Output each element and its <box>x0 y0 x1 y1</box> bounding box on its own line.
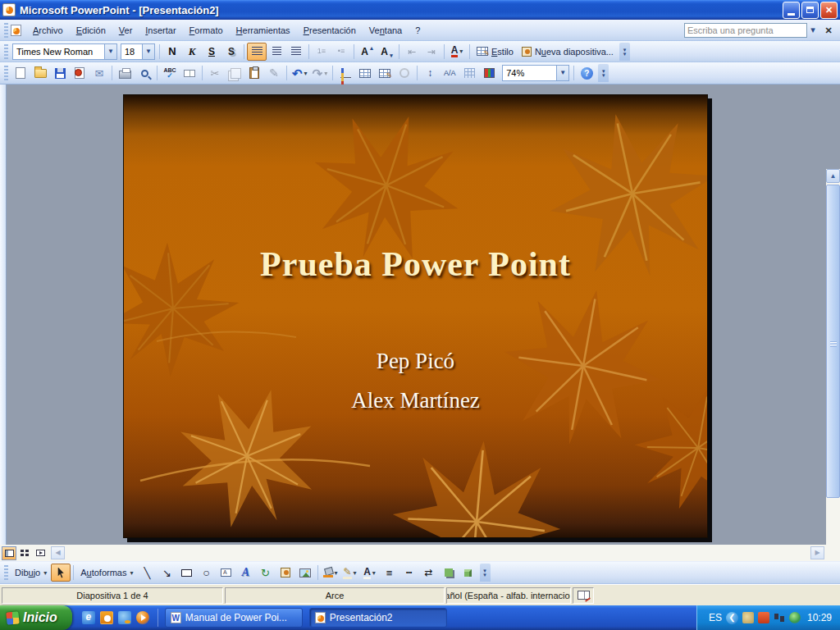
taskbar-task-word[interactable]: W Manual de Power Poi... <box>165 608 303 628</box>
toolbar-options-chevron[interactable]: ▾▾ <box>598 64 609 82</box>
fill-color-button[interactable]: ▾ <box>321 564 340 582</box>
hide-icons-chevron[interactable]: ❮ <box>726 612 738 624</box>
diagram-button[interactable]: ↻ <box>256 564 276 582</box>
redo-button[interactable]: ↷▾ <box>310 64 331 82</box>
chevron-down-icon[interactable]: ▼ <box>556 66 568 80</box>
textbox-button[interactable] <box>217 564 236 582</box>
subtitle-line-2[interactable]: Alex Martínez <box>124 381 707 420</box>
menu-ventana[interactable]: Ventana <box>363 22 409 39</box>
powerpoint-app-icon[interactable] <box>2 3 16 16</box>
minimize-button[interactable] <box>783 2 800 19</box>
toolbar-options-chevron[interactable]: ▾▾ <box>619 43 630 61</box>
font-color-button[interactable]: A▾ <box>447 43 467 61</box>
rectangle-button[interactable] <box>177 564 197 582</box>
menu-archivo[interactable]: Archivo <box>26 22 70 39</box>
picture-button[interactable] <box>295 564 315 582</box>
bullets-button[interactable]: •≡ <box>331 43 351 61</box>
menu-herramientas[interactable]: Herramientas <box>230 22 297 39</box>
new-slide-button[interactable]: Nueva diapositiva... <box>518 43 618 61</box>
horizontal-scrollbar[interactable]: ◀ ▶ <box>0 545 826 561</box>
line-style-button[interactable]: ≡ <box>380 564 399 582</box>
close-button[interactable]: ✕ <box>820 2 838 19</box>
clipart-button[interactable] <box>276 564 295 582</box>
slideshow-button[interactable] <box>33 546 48 560</box>
menu-edicion[interactable]: Edición <box>70 22 112 39</box>
subtitle-line-1[interactable]: Pep Picó <box>124 341 707 381</box>
slide-canvas[interactable]: Prueba Power Point Pep PicóAlex Martínez <box>123 94 708 538</box>
question-dropdown-icon[interactable]: ▾ <box>807 23 819 38</box>
help-button[interactable]: ? <box>577 64 596 82</box>
scroll-left-icon[interactable]: ◀ <box>51 546 65 559</box>
vertical-scroll-thumb[interactable] <box>826 185 840 498</box>
align-center-button[interactable] <box>267 43 286 61</box>
threed-style-button[interactable] <box>459 564 478 582</box>
slide-subtitle[interactable]: Pep PicóAlex Martínez <box>124 341 707 420</box>
open-button[interactable] <box>30 64 50 82</box>
scroll-right-icon[interactable]: ▶ <box>810 546 824 559</box>
toolbar-options-chevron[interactable]: ▾▾ <box>480 564 491 582</box>
quick-launch-app-icon[interactable] <box>100 611 113 624</box>
restore-button[interactable] <box>801 2 819 19</box>
arrow-button[interactable]: ↘ <box>158 564 177 582</box>
chart-button[interactable] <box>336 64 355 82</box>
expand-all-button[interactable]: ↕ <box>420 64 440 82</box>
print-button[interactable] <box>115 64 135 82</box>
ask-question-input[interactable] <box>684 23 807 38</box>
line-color-button[interactable]: ✎▾ <box>340 564 360 582</box>
tray-network-icon[interactable] <box>774 612 785 623</box>
color-grayscale-button[interactable] <box>479 64 499 82</box>
language-indicator[interactable]: spañol (España - alfab. internacional <box>446 587 571 604</box>
tray-icon-emule[interactable] <box>742 612 754 623</box>
show-formatting-button[interactable]: A/A <box>440 64 459 82</box>
dropdown-arrow-icon[interactable]: ▾ <box>324 70 327 77</box>
outline-pane-splitter[interactable] <box>0 84 7 545</box>
undo-button[interactable]: ↶▾ <box>290 64 310 82</box>
menu-ver[interactable]: Ver <box>112 22 139 39</box>
new-document-button[interactable] <box>11 64 30 82</box>
taskbar-task-powerpoint[interactable]: Presentación2 <box>309 608 447 628</box>
slide-title[interactable]: Prueba Power Point <box>124 244 707 284</box>
increase-font-button[interactable]: A <box>357 43 377 61</box>
menu-formato[interactable]: Formato <box>183 22 230 39</box>
print-preview-button[interactable] <box>135 64 154 82</box>
wordart-button[interactable]: A <box>236 564 256 582</box>
autoshapes-button[interactable]: Autoformas ▾ <box>76 564 137 582</box>
shadow-button[interactable]: S <box>221 43 241 61</box>
font-size-combo[interactable]: 18 ▼ <box>121 43 155 60</box>
oval-button[interactable]: ○ <box>197 564 217 582</box>
design-template-name[interactable]: Arce <box>225 587 445 604</box>
save-button[interactable] <box>50 64 70 82</box>
media-player-icon[interactable] <box>136 611 149 624</box>
chevron-down-icon[interactable]: ▼ <box>142 44 154 59</box>
spellcheck-status[interactable] <box>573 587 594 604</box>
hyperlink-button[interactable] <box>395 64 414 82</box>
dropdown-arrow-icon[interactable]: ▾ <box>335 569 338 577</box>
font-name-combo[interactable]: Times New Roman ▼ <box>12 43 117 60</box>
normal-view-button[interactable] <box>2 546 16 560</box>
decrease-indent-button[interactable]: ⇤ <box>402 43 422 61</box>
increase-indent-button[interactable]: ⇥ <box>422 43 441 61</box>
dropdown-arrow-icon[interactable]: ▾ <box>459 48 463 55</box>
style-button[interactable]: Estilo <box>472 43 518 61</box>
dropdown-arrow-icon[interactable]: ▾ <box>354 569 357 577</box>
document-icon[interactable] <box>11 25 21 36</box>
shadow-style-button[interactable] <box>439 564 459 582</box>
language-bar[interactable]: ES <box>709 612 722 623</box>
align-left-button[interactable] <box>247 43 267 61</box>
cut-button[interactable]: ✂ <box>205 64 225 82</box>
spelling-button[interactable]: ABC <box>160 64 180 82</box>
menu-ayuda[interactable]: ? <box>409 22 427 39</box>
question-close-icon[interactable]: ✕ <box>822 24 835 37</box>
insert-table-button[interactable] <box>355 64 375 82</box>
bold-button[interactable]: N <box>162 43 182 61</box>
grid-button[interactable] <box>459 64 479 82</box>
chevron-down-icon[interactable]: ▼ <box>104 44 116 59</box>
research-button[interactable] <box>180 64 199 82</box>
zoom-combo[interactable]: 74% ▼ <box>502 65 569 81</box>
tray-icon-app[interactable] <box>758 612 769 623</box>
tray-messenger-icon[interactable] <box>789 612 801 623</box>
start-button[interactable]: Inicio <box>0 605 72 630</box>
draw-table-button[interactable] <box>375 64 395 82</box>
copy-button[interactable] <box>225 64 244 82</box>
slide-sorter-button[interactable] <box>17 546 32 560</box>
